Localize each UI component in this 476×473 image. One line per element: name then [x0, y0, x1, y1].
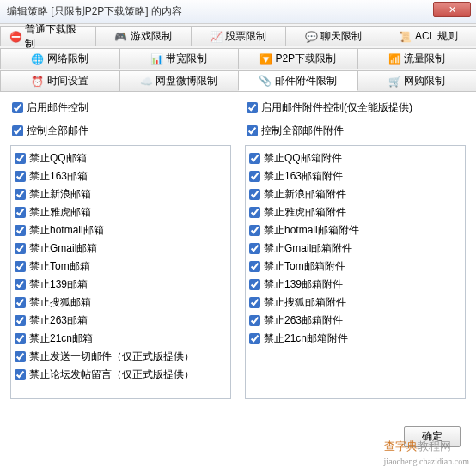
- attach-item[interactable]: 禁止139邮箱附件: [249, 276, 461, 294]
- tab-time[interactable]: ⏰时间设置: [0, 70, 120, 91]
- mail-item[interactable]: 禁止Gmail邮箱: [15, 240, 227, 258]
- mail-checkbox[interactable]: [15, 333, 26, 344]
- attach-checkbox[interactable]: [249, 297, 260, 308]
- mail-item[interactable]: 禁止新浪邮箱: [15, 185, 227, 203]
- attach-item[interactable]: 禁止雅虎邮箱附件: [249, 203, 461, 221]
- attach-checkbox[interactable]: [249, 153, 260, 164]
- tab-network-label: 网络限制: [47, 52, 88, 66]
- close-button[interactable]: ✕: [433, 2, 471, 17]
- mail-checkbox[interactable]: [15, 369, 26, 380]
- mail-checkbox[interactable]: [15, 153, 26, 164]
- attach-checkbox[interactable]: [249, 225, 260, 236]
- mail-label: 禁止雅虎邮箱: [29, 205, 91, 220]
- mail-checkbox[interactable]: [15, 171, 26, 182]
- mail-item[interactable]: 禁止搜狐邮箱: [15, 294, 227, 312]
- mail-item[interactable]: 禁止139邮箱: [15, 276, 227, 294]
- tab-netdisk[interactable]: ☁️网盘微博限制: [119, 70, 240, 91]
- attach-item[interactable]: 禁止hotmail邮箱附件: [249, 221, 461, 240]
- tab-strip: ⛔普通下载限制🎮游戏限制📈股票限制💬聊天限制📜ACL 规则 🌐网络限制📊带宽限制…: [0, 24, 476, 92]
- mail-checkbox[interactable]: [15, 315, 26, 326]
- attach-checkbox[interactable]: [249, 279, 260, 290]
- attach-item[interactable]: 禁止163邮箱附件: [249, 167, 461, 185]
- tab-bandwidth[interactable]: 📊带宽限制: [119, 48, 240, 69]
- mail-checkbox[interactable]: [15, 189, 26, 200]
- mail-item[interactable]: 禁止发送一切邮件（仅正式版提供）: [15, 348, 227, 366]
- control-all-attach-checkbox[interactable]: [247, 125, 258, 136]
- attach-item[interactable]: 禁止263邮箱附件: [249, 312, 461, 330]
- watermark-brand: 查字典: [384, 440, 418, 452]
- enable-mail-label: 启用邮件控制: [27, 100, 88, 115]
- enable-mail-control[interactable]: 启用邮件控制: [10, 99, 231, 117]
- right-column: 启用邮件附件控制(仅全能版提供) 控制全部邮件附件 禁止QQ邮箱附件禁止163邮…: [245, 99, 466, 399]
- mail-item[interactable]: 禁止雅虎邮箱: [15, 203, 227, 221]
- mail-label: 禁止21cn邮箱: [29, 331, 93, 346]
- tab-shopping[interactable]: 🛒网购限制: [357, 70, 477, 91]
- attach-item[interactable]: 禁止Tom邮箱附件: [249, 258, 461, 276]
- control-all-mail[interactable]: 控制全部邮件: [10, 122, 231, 140]
- attach-item[interactable]: 禁止21cn邮箱附件: [249, 330, 461, 348]
- mail-item[interactable]: 禁止263邮箱: [15, 312, 227, 330]
- control-all-attach-label: 控制全部邮件附件: [261, 124, 344, 138]
- mail-item[interactable]: 禁止163邮箱: [15, 167, 227, 185]
- enable-mail-checkbox[interactable]: [12, 102, 23, 113]
- control-all-mail-checkbox[interactable]: [12, 125, 23, 136]
- attach-checkbox[interactable]: [249, 189, 260, 200]
- tab-bandwidth-icon: 📊: [150, 53, 162, 65]
- mail-checkbox[interactable]: [15, 297, 26, 308]
- tab-time-icon: ⏰: [32, 76, 44, 88]
- attach-checkbox[interactable]: [249, 207, 260, 218]
- mail-checkbox[interactable]: [15, 351, 26, 362]
- tab-traffic[interactable]: 📶流量限制: [357, 48, 477, 69]
- tab-acl-icon: 📜: [400, 31, 412, 43]
- tab-mail-attach[interactable]: 📎邮件附件限制: [238, 70, 358, 91]
- mail-checkbox[interactable]: [15, 261, 26, 272]
- attach-checkbox[interactable]: [249, 171, 260, 182]
- attach-item[interactable]: 禁止QQ邮箱附件: [249, 149, 461, 167]
- attach-label: 禁止雅虎邮箱附件: [264, 205, 346, 220]
- tab-game[interactable]: 🎮游戏限制: [95, 26, 192, 46]
- mail-item[interactable]: 禁止hotmail邮箱: [15, 221, 227, 240]
- tab-chat[interactable]: 💬聊天限制: [285, 26, 381, 46]
- mail-item[interactable]: 禁止21cn邮箱: [15, 330, 227, 348]
- mail-checkbox[interactable]: [15, 207, 26, 218]
- tab-acl[interactable]: 📜ACL 规则: [381, 26, 476, 46]
- tabs-row-3: ⏰时间设置☁️网盘微博限制📎邮件附件限制🛒网购限制: [0, 69, 476, 91]
- mail-checkbox[interactable]: [15, 243, 26, 254]
- mail-checkbox[interactable]: [15, 225, 26, 236]
- mail-label: 禁止新浪邮箱: [29, 187, 91, 202]
- mail-checkbox[interactable]: [15, 279, 26, 290]
- attach-label: 禁止139邮箱附件: [264, 277, 343, 292]
- attach-label: 禁止Gmail邮箱附件: [264, 241, 352, 256]
- mail-item[interactable]: 禁止QQ邮箱: [15, 149, 227, 167]
- attach-item[interactable]: 禁止搜狐邮箱附件: [249, 294, 461, 312]
- attach-item[interactable]: 禁止Gmail邮箱附件: [249, 240, 461, 258]
- mail-item[interactable]: 禁止论坛发帖留言（仅正式版提供）: [15, 366, 227, 384]
- mail-label: 禁止搜狐邮箱: [29, 295, 91, 310]
- attach-label: 禁止Tom邮箱附件: [264, 259, 345, 274]
- tab-stock[interactable]: 📈股票限制: [191, 26, 287, 46]
- enable-attach-checkbox[interactable]: [247, 102, 258, 113]
- tabs-row-2: 🌐网络限制📊带宽限制🔽P2P下载限制📶流量限制: [0, 46, 476, 69]
- attach-label: 禁止QQ邮箱附件: [264, 151, 342, 166]
- attach-checkbox[interactable]: [249, 315, 260, 326]
- enable-attach-control[interactable]: 启用邮件附件控制(仅全能版提供): [245, 99, 466, 117]
- tab-netdisk-icon: ☁️: [140, 76, 152, 88]
- tab-p2p[interactable]: 🔽P2P下载限制: [238, 48, 358, 69]
- control-all-attach[interactable]: 控制全部邮件附件: [245, 122, 466, 140]
- mail-label: 禁止QQ邮箱: [29, 151, 87, 166]
- attach-checkbox[interactable]: [249, 243, 260, 254]
- tab-download[interactable]: ⛔普通下载限制: [0, 26, 96, 46]
- tab-p2p-label: P2P下载限制: [275, 52, 336, 66]
- titlebar: 编辑策略 [只限制P2P下载策略] 的内容 ✕: [0, 0, 476, 24]
- mail-label: 禁止Tom邮箱: [29, 259, 90, 274]
- attach-label: 禁止163邮箱附件: [264, 169, 343, 184]
- left-column: 启用邮件控制 控制全部邮件 禁止QQ邮箱禁止163邮箱禁止新浪邮箱禁止雅虎邮箱禁…: [10, 99, 231, 399]
- tab-network[interactable]: 🌐网络限制: [0, 48, 120, 69]
- mail-label: 禁止发送一切邮件（仅正式版提供）: [29, 349, 194, 364]
- mail-label: 禁止163邮箱: [29, 169, 88, 184]
- attach-item[interactable]: 禁止新浪邮箱附件: [249, 185, 461, 203]
- mail-item[interactable]: 禁止Tom邮箱: [15, 258, 227, 276]
- attach-checkbox[interactable]: [249, 261, 260, 272]
- attach-checkbox[interactable]: [249, 333, 260, 344]
- tabs-row-1: ⛔普通下载限制🎮游戏限制📈股票限制💬聊天限制📜ACL 规则: [0, 24, 476, 46]
